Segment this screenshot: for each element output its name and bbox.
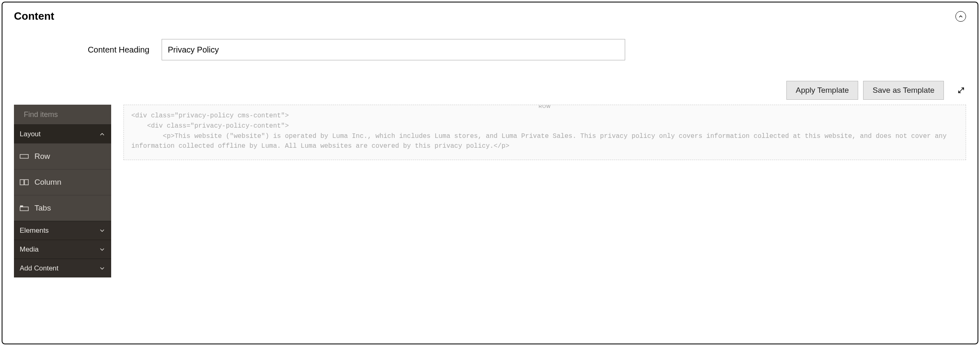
panel-header: Content — [2, 2, 978, 27]
content-heading-row: Content Heading — [2, 27, 978, 64]
content-panel: Content Content Heading Apply Template S… — [2, 2, 978, 344]
builder-canvas[interactable]: ROW <div class="privacy-policy cms-conte… — [123, 105, 966, 160]
chevron-up-icon — [958, 14, 964, 19]
sidebar-search — [14, 105, 111, 124]
row-icon — [20, 152, 29, 161]
layout-block-row[interactable]: Row — [14, 143, 111, 169]
tabs-icon — [20, 204, 29, 213]
chevron-down-icon — [99, 246, 105, 253]
svg-rect-3 — [20, 180, 24, 185]
svg-rect-5 — [20, 207, 28, 211]
fullscreen-icon — [958, 87, 964, 94]
collapse-toggle-button[interactable] — [955, 11, 966, 22]
sidebar-group-add-content[interactable]: Add Content — [14, 259, 111, 277]
layout-block-tabs[interactable]: Tabs — [14, 195, 111, 221]
sidebar-group-elements[interactable]: Elements — [14, 221, 111, 240]
svg-rect-2 — [20, 154, 28, 158]
svg-rect-4 — [25, 180, 28, 185]
chevron-down-icon — [99, 227, 105, 234]
svg-rect-6 — [20, 206, 23, 207]
layout-block-label: Column — [34, 178, 61, 187]
layout-blocks-list: Row Column Tabs — [14, 143, 111, 221]
sidebar-group-label: Layout — [20, 130, 41, 138]
sidebar-group-label: Add Content — [20, 264, 59, 273]
chevron-up-icon — [99, 131, 105, 137]
fullscreen-button[interactable] — [956, 85, 966, 95]
sidebar-group-label: Elements — [20, 227, 49, 235]
sidebar-group-layout[interactable]: Layout — [14, 124, 111, 143]
column-icon — [20, 178, 29, 187]
apply-template-button[interactable]: Apply Template — [786, 81, 859, 100]
page-builder: Layout Row Column Tabs Elements — [2, 105, 978, 277]
sidebar-group-media[interactable]: Media — [14, 240, 111, 259]
chevron-down-icon — [99, 265, 105, 272]
builder-sidebar: Layout Row Column Tabs Elements — [14, 105, 111, 277]
layout-block-label: Tabs — [34, 204, 51, 213]
layout-block-label: Row — [34, 152, 50, 161]
template-toolbar: Apply Template Save as Template — [2, 64, 978, 105]
layout-block-column[interactable]: Column — [14, 169, 111, 195]
save-as-template-button[interactable]: Save as Template — [863, 81, 944, 100]
sidebar-group-label: Media — [20, 245, 39, 254]
row-badge: ROW — [535, 105, 555, 109]
content-heading-label: Content Heading — [14, 45, 149, 55]
content-heading-input[interactable] — [162, 39, 625, 60]
panel-title: Content — [14, 10, 54, 23]
html-code-preview: <div class="privacy-policy cms-content">… — [131, 111, 958, 151]
sidebar-search-input[interactable] — [24, 110, 119, 119]
